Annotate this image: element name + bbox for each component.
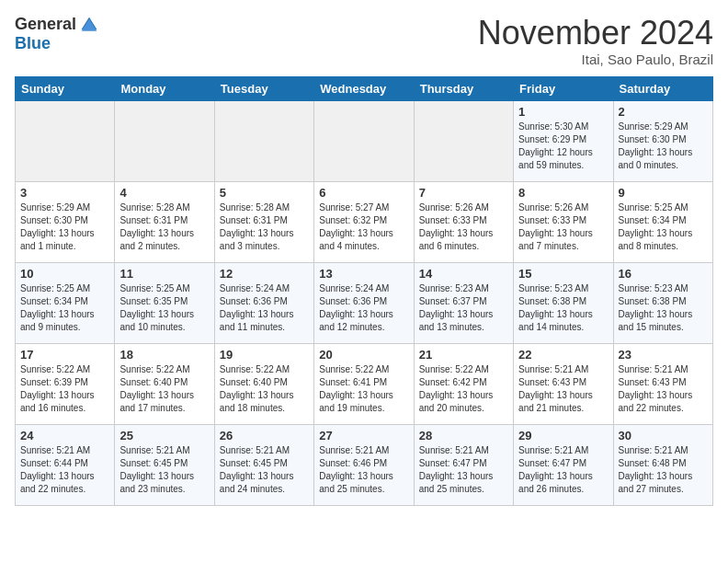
day-number: 22 [518, 348, 608, 362]
day-info: Sunrise: 5:28 AM Sunset: 6:31 PM Dayligh… [220, 201, 309, 253]
day-number: 16 [619, 267, 708, 281]
day-info: Sunrise: 5:25 AM Sunset: 6:34 PM Dayligh… [619, 201, 708, 253]
day-info: Sunrise: 5:21 AM Sunset: 6:48 PM Dayligh… [619, 444, 708, 496]
calendar-cell: 6Sunrise: 5:27 AM Sunset: 6:32 PM Daylig… [314, 181, 414, 262]
col-header-saturday: Saturday [613, 76, 712, 100]
calendar-cell [16, 100, 115, 181]
day-number: 29 [518, 429, 608, 442]
day-info: Sunrise: 5:22 AM Sunset: 6:40 PM Dayligh… [119, 363, 209, 415]
calendar-cell: 8Sunrise: 5:26 AM Sunset: 6:33 PM Daylig… [514, 181, 613, 262]
calendar-cell: 2Sunrise: 5:29 AM Sunset: 6:30 PM Daylig… [613, 100, 712, 181]
day-number: 9 [619, 186, 708, 200]
day-info: Sunrise: 5:22 AM Sunset: 6:42 PM Dayligh… [419, 363, 508, 415]
day-info: Sunrise: 5:29 AM Sunset: 6:30 PM Dayligh… [20, 201, 109, 253]
day-number: 11 [119, 267, 209, 281]
day-number: 19 [220, 348, 309, 362]
day-number: 25 [119, 429, 209, 442]
day-info: Sunrise: 5:21 AM Sunset: 6:45 PM Dayligh… [119, 444, 209, 496]
calendar-week-3: 10Sunrise: 5:25 AM Sunset: 6:34 PM Dayli… [16, 262, 713, 343]
calendar-cell: 27Sunrise: 5:21 AM Sunset: 6:46 PM Dayli… [314, 424, 414, 505]
calendar-cell [414, 100, 513, 181]
day-info: Sunrise: 5:21 AM Sunset: 6:43 PM Dayligh… [619, 363, 708, 415]
calendar-header-row: SundayMondayTuesdayWednesdayThursdayFrid… [16, 76, 713, 100]
calendar-cell: 24Sunrise: 5:21 AM Sunset: 6:44 PM Dayli… [16, 424, 115, 505]
calendar-cell [214, 100, 313, 181]
day-number: 15 [518, 267, 608, 281]
calendar-cell: 10Sunrise: 5:25 AM Sunset: 6:34 PM Dayli… [16, 262, 115, 343]
logo-blue-text: Blue [15, 34, 51, 53]
day-info: Sunrise: 5:24 AM Sunset: 6:36 PM Dayligh… [319, 282, 408, 334]
logo-icon [80, 16, 98, 34]
calendar-week-1: 1Sunrise: 5:30 AM Sunset: 6:29 PM Daylig… [16, 100, 713, 181]
col-header-tuesday: Tuesday [214, 76, 313, 100]
day-number: 1 [518, 105, 608, 119]
day-info: Sunrise: 5:22 AM Sunset: 6:39 PM Dayligh… [20, 363, 109, 415]
day-number: 13 [319, 267, 408, 281]
col-header-monday: Monday [115, 76, 214, 100]
calendar-cell: 4Sunrise: 5:28 AM Sunset: 6:31 PM Daylig… [115, 181, 214, 262]
day-info: Sunrise: 5:26 AM Sunset: 6:33 PM Dayligh… [419, 201, 508, 253]
title-area: November 2024 Itai, Sao Paulo, Brazil [478, 15, 713, 67]
calendar-cell: 23Sunrise: 5:21 AM Sunset: 6:43 PM Dayli… [613, 343, 712, 424]
month-title: November 2024 [478, 15, 713, 52]
calendar-cell: 30Sunrise: 5:21 AM Sunset: 6:48 PM Dayli… [613, 424, 712, 505]
day-info: Sunrise: 5:21 AM Sunset: 6:46 PM Dayligh… [319, 444, 408, 496]
day-info: Sunrise: 5:22 AM Sunset: 6:41 PM Dayligh… [319, 363, 408, 415]
day-info: Sunrise: 5:29 AM Sunset: 6:30 PM Dayligh… [619, 121, 708, 172]
calendar-cell: 15Sunrise: 5:23 AM Sunset: 6:38 PM Dayli… [514, 262, 613, 343]
svg-marker-1 [82, 18, 97, 30]
day-number: 7 [419, 186, 508, 200]
day-number: 30 [619, 429, 708, 442]
day-info: Sunrise: 5:28 AM Sunset: 6:31 PM Dayligh… [119, 201, 209, 253]
logo: General Blue [15, 15, 98, 53]
day-info: Sunrise: 5:21 AM Sunset: 6:44 PM Dayligh… [20, 444, 109, 496]
calendar-week-5: 24Sunrise: 5:21 AM Sunset: 6:44 PM Dayli… [16, 424, 713, 505]
calendar-cell: 26Sunrise: 5:21 AM Sunset: 6:45 PM Dayli… [214, 424, 313, 505]
day-info: Sunrise: 5:30 AM Sunset: 6:29 PM Dayligh… [518, 121, 608, 172]
day-number: 23 [619, 348, 708, 362]
col-header-friday: Friday [514, 76, 613, 100]
calendar-cell: 1Sunrise: 5:30 AM Sunset: 6:29 PM Daylig… [514, 100, 613, 181]
logo-general-text: General [15, 15, 76, 34]
day-number: 17 [20, 348, 109, 362]
calendar-cell: 20Sunrise: 5:22 AM Sunset: 6:41 PM Dayli… [314, 343, 414, 424]
calendar-cell: 5Sunrise: 5:28 AM Sunset: 6:31 PM Daylig… [214, 181, 313, 262]
calendar-week-4: 17Sunrise: 5:22 AM Sunset: 6:39 PM Dayli… [16, 343, 713, 424]
day-info: Sunrise: 5:26 AM Sunset: 6:33 PM Dayligh… [518, 201, 608, 253]
calendar-cell: 9Sunrise: 5:25 AM Sunset: 6:34 PM Daylig… [613, 181, 712, 262]
calendar-cell: 14Sunrise: 5:23 AM Sunset: 6:37 PM Dayli… [414, 262, 513, 343]
day-number: 21 [419, 348, 508, 362]
calendar-cell: 29Sunrise: 5:21 AM Sunset: 6:47 PM Dayli… [514, 424, 613, 505]
day-info: Sunrise: 5:21 AM Sunset: 6:47 PM Dayligh… [518, 444, 608, 496]
calendar-cell: 25Sunrise: 5:21 AM Sunset: 6:45 PM Dayli… [115, 424, 214, 505]
col-header-sunday: Sunday [16, 76, 115, 100]
calendar-cell: 18Sunrise: 5:22 AM Sunset: 6:40 PM Dayli… [115, 343, 214, 424]
day-number: 3 [20, 186, 109, 200]
day-number: 20 [319, 348, 408, 362]
calendar-cell: 13Sunrise: 5:24 AM Sunset: 6:36 PM Dayli… [314, 262, 414, 343]
day-number: 8 [518, 186, 608, 200]
col-header-wednesday: Wednesday [314, 76, 414, 100]
day-number: 28 [419, 429, 508, 442]
calendar-cell: 3Sunrise: 5:29 AM Sunset: 6:30 PM Daylig… [16, 181, 115, 262]
day-info: Sunrise: 5:21 AM Sunset: 6:43 PM Dayligh… [518, 363, 608, 415]
calendar-cell: 21Sunrise: 5:22 AM Sunset: 6:42 PM Dayli… [414, 343, 513, 424]
page-header: General Blue November 2024 Itai, Sao Pau… [15, 15, 713, 67]
day-number: 12 [220, 267, 309, 281]
day-number: 6 [319, 186, 408, 200]
day-number: 2 [619, 105, 708, 119]
calendar-cell [314, 100, 414, 181]
calendar-cell: 11Sunrise: 5:25 AM Sunset: 6:35 PM Dayli… [115, 262, 214, 343]
day-number: 27 [319, 429, 408, 442]
col-header-thursday: Thursday [414, 76, 513, 100]
calendar-cell: 19Sunrise: 5:22 AM Sunset: 6:40 PM Dayli… [214, 343, 313, 424]
day-number: 5 [220, 186, 309, 200]
day-info: Sunrise: 5:23 AM Sunset: 6:37 PM Dayligh… [419, 282, 508, 334]
day-info: Sunrise: 5:24 AM Sunset: 6:36 PM Dayligh… [220, 282, 309, 334]
calendar-cell: 28Sunrise: 5:21 AM Sunset: 6:47 PM Dayli… [414, 424, 513, 505]
calendar-table: SundayMondayTuesdayWednesdayThursdayFrid… [15, 76, 713, 506]
day-number: 18 [119, 348, 209, 362]
calendar-cell: 17Sunrise: 5:22 AM Sunset: 6:39 PM Dayli… [16, 343, 115, 424]
day-info: Sunrise: 5:27 AM Sunset: 6:32 PM Dayligh… [319, 201, 408, 253]
calendar-cell: 16Sunrise: 5:23 AM Sunset: 6:38 PM Dayli… [613, 262, 712, 343]
